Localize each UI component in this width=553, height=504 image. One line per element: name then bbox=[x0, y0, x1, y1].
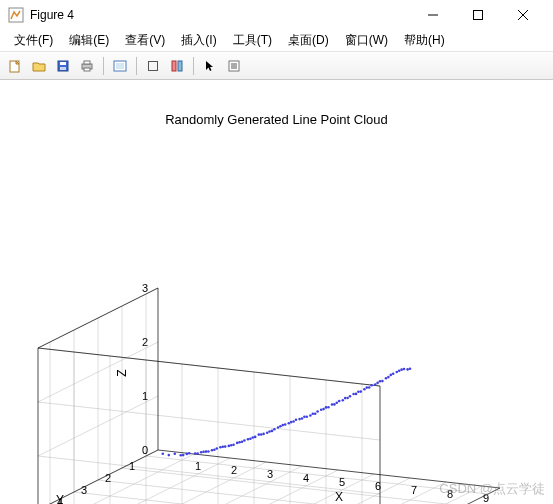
menu-edit[interactable]: 编辑(E) bbox=[61, 30, 117, 51]
menu-help[interactable]: 帮助(H) bbox=[396, 30, 453, 51]
data-point bbox=[290, 421, 293, 424]
data-point bbox=[266, 431, 269, 434]
svg-text:Z: Z bbox=[115, 369, 129, 376]
svg-text:6: 6 bbox=[375, 480, 381, 492]
data-point bbox=[258, 433, 261, 436]
minimize-button[interactable] bbox=[410, 0, 455, 30]
insert-legend-button[interactable] bbox=[223, 55, 245, 77]
data-point bbox=[224, 445, 227, 448]
data-point bbox=[288, 422, 291, 425]
data-point bbox=[249, 437, 252, 440]
menu-view[interactable]: 查看(V) bbox=[117, 30, 173, 51]
open-button[interactable] bbox=[28, 55, 50, 77]
svg-text:3: 3 bbox=[142, 282, 148, 294]
svg-rect-10 bbox=[84, 61, 90, 64]
data-point bbox=[396, 371, 399, 374]
svg-text:7: 7 bbox=[411, 484, 417, 496]
svg-text:2: 2 bbox=[142, 336, 148, 348]
menu-desktop[interactable]: 桌面(D) bbox=[280, 30, 337, 51]
data-point bbox=[390, 374, 393, 377]
svg-text:4: 4 bbox=[303, 472, 309, 484]
data-point bbox=[219, 446, 222, 449]
data-point bbox=[325, 406, 328, 409]
data-point bbox=[398, 370, 401, 373]
data-point bbox=[379, 380, 382, 383]
data-point bbox=[381, 380, 384, 383]
data-point bbox=[284, 423, 287, 426]
rectangle-icon[interactable] bbox=[142, 55, 164, 77]
new-figure-button[interactable] bbox=[4, 55, 26, 77]
data-point bbox=[316, 410, 319, 413]
toolbar-separator bbox=[136, 57, 137, 75]
data-point bbox=[282, 424, 285, 427]
svg-rect-14 bbox=[149, 61, 158, 70]
data-point bbox=[205, 450, 208, 453]
print-button[interactable] bbox=[76, 55, 98, 77]
data-point bbox=[346, 397, 349, 400]
data-point bbox=[314, 412, 317, 415]
svg-text:2: 2 bbox=[231, 464, 237, 476]
svg-text:2: 2 bbox=[105, 472, 111, 484]
data-point bbox=[301, 417, 304, 420]
data-point bbox=[322, 408, 325, 411]
data-point bbox=[232, 443, 235, 446]
svg-rect-8 bbox=[60, 67, 66, 70]
save-button[interactable] bbox=[52, 55, 74, 77]
svg-text:1: 1 bbox=[195, 460, 201, 472]
svg-line-23 bbox=[146, 462, 266, 504]
maximize-button[interactable] bbox=[455, 0, 500, 30]
data-point bbox=[306, 415, 309, 418]
data-point bbox=[188, 452, 191, 455]
figure-canvas[interactable]: Randomly Generated Line Point Cloud 1234… bbox=[0, 80, 553, 504]
toolbar-separator bbox=[103, 57, 104, 75]
svg-rect-2 bbox=[473, 11, 482, 20]
toolbar bbox=[0, 52, 553, 80]
toolbar-separator bbox=[193, 57, 194, 75]
data-point bbox=[182, 454, 185, 457]
svg-text:3: 3 bbox=[267, 468, 273, 480]
svg-rect-15 bbox=[172, 61, 176, 71]
data-point bbox=[271, 430, 274, 433]
data-point bbox=[385, 377, 388, 380]
data-point bbox=[260, 433, 263, 436]
data-point bbox=[392, 372, 395, 375]
svg-text:5: 5 bbox=[339, 476, 345, 488]
data-point bbox=[194, 452, 197, 455]
data-point bbox=[180, 454, 183, 457]
data-point bbox=[236, 442, 239, 445]
pointer-button[interactable] bbox=[199, 55, 221, 77]
menu-file[interactable]: 文件(F) bbox=[6, 30, 61, 51]
data-point bbox=[370, 384, 373, 387]
data-point bbox=[333, 403, 336, 406]
data-point bbox=[202, 450, 205, 453]
data-point bbox=[268, 430, 271, 433]
link-button[interactable] bbox=[109, 55, 131, 77]
data-point bbox=[200, 451, 203, 454]
data-point bbox=[273, 428, 276, 431]
data-point bbox=[320, 408, 323, 411]
svg-text:X: X bbox=[335, 490, 343, 504]
data-point bbox=[252, 436, 255, 439]
data-point bbox=[409, 368, 412, 371]
data-point bbox=[186, 453, 189, 456]
menu-tools[interactable]: 工具(T) bbox=[225, 30, 280, 51]
close-button[interactable] bbox=[500, 0, 545, 30]
data-point bbox=[222, 445, 225, 448]
menu-window[interactable]: 窗口(W) bbox=[337, 30, 396, 51]
data-point bbox=[352, 393, 355, 396]
svg-text:0: 0 bbox=[142, 444, 148, 456]
data-point bbox=[216, 447, 219, 450]
data-point bbox=[262, 433, 265, 436]
menu-insert[interactable]: 插入(I) bbox=[173, 30, 224, 51]
datacursor-button[interactable] bbox=[166, 55, 188, 77]
data-point bbox=[403, 368, 406, 371]
data-point bbox=[376, 382, 379, 385]
data-point bbox=[342, 399, 345, 402]
watermark: CSDN @点云学徒 bbox=[439, 480, 545, 498]
svg-rect-7 bbox=[60, 62, 66, 65]
data-point bbox=[336, 401, 339, 404]
window-titlebar: Figure 4 bbox=[0, 0, 553, 30]
data-point bbox=[238, 441, 241, 444]
data-point bbox=[207, 450, 210, 453]
data-point bbox=[344, 397, 347, 400]
